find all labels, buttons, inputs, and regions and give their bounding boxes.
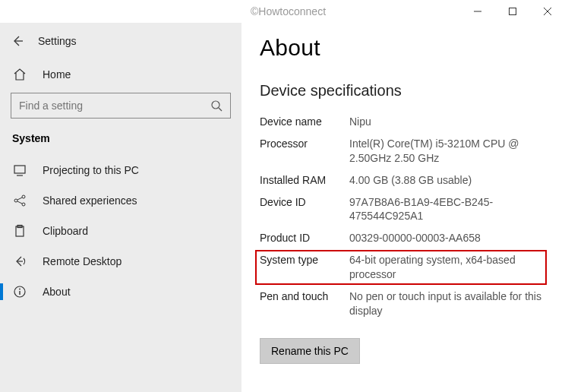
maximize-button[interactable] [495, 0, 530, 23]
nav-shared-experiences[interactable]: Shared experiences [0, 185, 241, 216]
spec-label: Processor [260, 137, 349, 166]
section-label: System [0, 126, 241, 155]
spec-label: Installed RAM [260, 173, 349, 188]
spec-label: Product ID [260, 231, 349, 245]
svg-rect-7 [14, 166, 25, 173]
svg-point-19 [19, 289, 21, 290]
svg-point-11 [22, 203, 25, 206]
home-nav[interactable]: Home [0, 59, 241, 90]
info-icon [12, 285, 27, 299]
minimize-button[interactable] [460, 0, 495, 23]
svg-rect-1 [510, 8, 516, 15]
nav-about[interactable]: About [0, 277, 241, 307]
home-icon [12, 68, 27, 81]
spec-row-product-id: Product ID 00329-00000-00003-AA658 [260, 231, 542, 245]
spec-value: 4.00 GB (3.88 GB usable) [349, 173, 542, 188]
sidebar: Settings Home System Projecting to this … [0, 23, 241, 392]
highlight-annotation: System type 64-bit operating system, x64… [255, 250, 547, 285]
spec-row-processor: Processor Intel(R) Core(TM) i5-3210M CPU… [260, 137, 542, 166]
nav-label: Projecting to this PC [43, 164, 139, 176]
nav-clipboard[interactable]: Clipboard [0, 216, 241, 246]
svg-line-12 [17, 198, 22, 200]
display-icon [12, 163, 27, 177]
spec-row-pen-touch: Pen and touch No pen or touch input is a… [260, 289, 542, 318]
svg-point-9 [14, 199, 17, 202]
spec-row-system-type: System type 64-bit operating system, x64… [260, 253, 542, 282]
close-button[interactable] [530, 0, 565, 23]
spec-label: Pen and touch [260, 289, 349, 318]
nav-label: Clipboard [43, 225, 88, 237]
svg-point-5 [212, 101, 219, 109]
remote-desktop-icon [12, 254, 27, 268]
nav-remote-desktop[interactable]: Remote Desktop [0, 246, 241, 277]
nav-label: Remote Desktop [43, 255, 122, 267]
svg-line-13 [17, 201, 22, 204]
nav-label: About [43, 286, 71, 298]
nav-label: Shared experiences [43, 194, 137, 207]
spec-value: 97A7B8A6-B1A9-4EBC-B245-475544C925A1 [349, 195, 542, 224]
window-controls [0, 0, 565, 23]
spec-label: Device ID [260, 195, 349, 224]
spec-label: System type [260, 253, 349, 282]
clipboard-icon [12, 224, 27, 238]
share-icon [12, 194, 27, 207]
search-input[interactable] [19, 100, 210, 112]
spec-value: No pen or touch input is available for t… [349, 289, 542, 318]
spec-value: 00329-00000-00003-AA658 [349, 231, 542, 245]
spec-row-ram: Installed RAM 4.00 GB (3.88 GB usable) [260, 173, 542, 188]
spec-row-device-id: Device ID 97A7B8A6-B1A9-4EBC-B245-475544… [260, 195, 542, 224]
svg-point-10 [22, 195, 25, 198]
search-box[interactable] [11, 93, 231, 119]
app-title: Settings [38, 35, 77, 47]
rename-pc-button[interactable]: Rename this PC [260, 338, 360, 364]
page-title: About [260, 35, 542, 61]
section-heading: Device specifications [260, 82, 542, 100]
back-icon[interactable] [11, 34, 26, 48]
spec-row-device-name: Device name Nipu [260, 115, 542, 129]
content-pane: About Device specifications Device name … [241, 23, 565, 392]
search-icon [210, 100, 223, 112]
nav-projecting[interactable]: Projecting to this PC [0, 155, 241, 185]
home-label: Home [43, 68, 71, 81]
spec-label: Device name [260, 115, 349, 129]
spec-value: Intel(R) Core(TM) i5-3210M CPU @ 2.50GHz… [349, 137, 542, 166]
svg-line-6 [219, 108, 222, 111]
spec-value: 64-bit operating system, x64-based proce… [349, 253, 542, 282]
spec-value: Nipu [349, 115, 542, 129]
